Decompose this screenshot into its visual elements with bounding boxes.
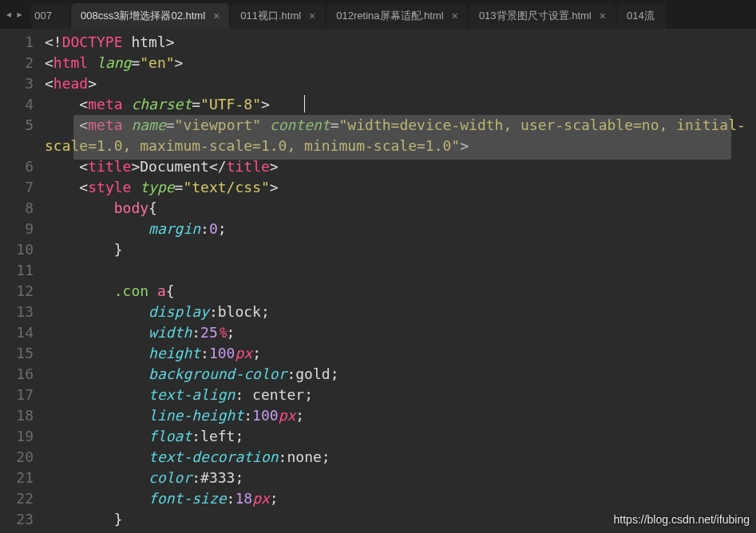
line-number: 15	[0, 343, 34, 364]
code-line: <style type="text/css">	[42, 177, 756, 198]
code-line: <title>Document</title>	[42, 156, 756, 177]
code-line: width:25%;	[42, 322, 756, 343]
code-line: <meta name="viewport" content="width=dev…	[42, 115, 756, 156]
close-icon[interactable]: ×	[600, 6, 606, 26]
code-line: display:block;	[42, 302, 756, 322]
tab-bar: ◂ ▸ 007 008css3新增选择器02.html× 011视口.html×…	[0, 0, 756, 29]
close-icon[interactable]: ×	[452, 6, 458, 26]
line-number: 21	[0, 468, 34, 488]
code-text[interactable]: <!DOCTYPE html> <html lang="en"> <head> …	[42, 29, 756, 533]
code-line: .con a{	[42, 281, 756, 302]
tab-012[interactable]: 012retina屏幕适配.html×	[327, 3, 468, 29]
nav-back-icon[interactable]: ◂	[3, 4, 14, 25]
line-number: 10	[0, 239, 34, 260]
tab-label: 014流	[627, 6, 655, 26]
code-line: line-height:100px;	[42, 405, 756, 426]
nav-forward-icon[interactable]: ▸	[14, 4, 26, 25]
line-number: 2	[0, 53, 34, 73]
code-line: body{	[42, 198, 756, 219]
code-line: text-decoration:none;	[42, 447, 756, 468]
line-number: 16	[0, 364, 34, 385]
code-line: <meta charset="UTF-8">	[42, 94, 756, 115]
line-number: 14	[0, 322, 34, 343]
text-cursor-icon	[304, 95, 305, 113]
code-line	[42, 260, 756, 281]
line-number: 6	[0, 156, 34, 177]
code-line: }	[42, 239, 756, 260]
code-line: color:#333;	[42, 468, 756, 488]
line-number: 18	[0, 405, 34, 426]
code-area[interactable]: 1 2 3 4 5 6 7 8 9 10 11 12 13 14 15 16 1…	[0, 29, 756, 533]
tab-013[interactable]: 013背景图尺寸设置.html×	[469, 3, 615, 29]
tab-label: 013背景图尺寸设置.html	[479, 6, 592, 26]
line-number: 13	[0, 302, 34, 322]
line-number: 4	[0, 94, 34, 115]
tabs-container: 007 008css3新增选择器02.html× 011视口.html× 012…	[31, 0, 667, 29]
line-number: 8	[0, 198, 34, 219]
line-number: 11	[0, 260, 34, 281]
tab-008[interactable]: 008css3新增选择器02.html×	[71, 3, 229, 29]
line-number: 17	[0, 385, 34, 405]
code-line: float:left;	[42, 426, 756, 447]
line-number: 22	[0, 488, 34, 509]
line-number: 9	[0, 219, 34, 239]
code-line: height:100px;	[42, 343, 756, 364]
line-number: 20	[0, 447, 34, 468]
close-icon[interactable]: ×	[309, 6, 315, 26]
code-line: <head>	[42, 73, 756, 94]
line-number: 1	[0, 32, 34, 53]
code-line: background-color:gold;	[42, 364, 756, 385]
tab-007[interactable]: 007	[31, 3, 69, 29]
code-line: text-align: center;	[42, 385, 756, 405]
code-line: <!DOCTYPE html>	[42, 32, 756, 53]
line-number: 3	[0, 73, 34, 94]
tab-label: 008css3新增选择器02.html	[81, 6, 205, 26]
tab-label: 007	[34, 6, 52, 26]
editor-window: { "nav": { "back": "◂", "forward": "▸" }…	[0, 0, 756, 533]
line-number: 5	[0, 115, 34, 156]
line-number: 19	[0, 426, 34, 447]
line-number: 7	[0, 177, 34, 198]
tab-014[interactable]: 014流	[617, 3, 666, 29]
line-number: 23	[0, 509, 34, 530]
line-gutter: 1 2 3 4 5 6 7 8 9 10 11 12 13 14 15 16 1…	[0, 29, 42, 533]
code-line: margin:0;	[42, 219, 756, 239]
code-line: <html lang="en">	[42, 53, 756, 73]
tab-label: 012retina屏幕适配.html	[336, 6, 443, 26]
close-icon[interactable]: ×	[213, 6, 220, 26]
watermark-text: https://blog.csdn.net/ifubing	[614, 509, 750, 530]
code-line: font-size:18px;	[42, 488, 756, 509]
line-number: 12	[0, 281, 34, 302]
tab-label: 011视口.html	[240, 6, 301, 26]
tab-011[interactable]: 011视口.html×	[231, 3, 325, 29]
